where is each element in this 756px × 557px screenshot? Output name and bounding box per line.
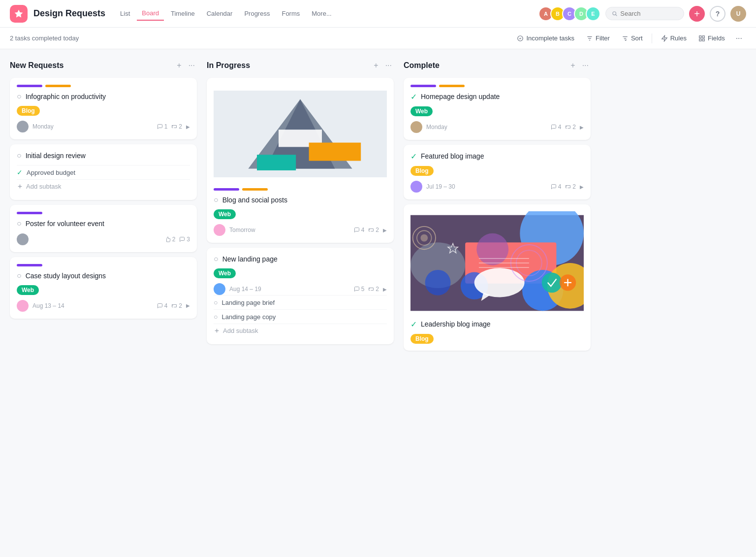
subtask-label-copy: Landing page copy [221, 313, 276, 321]
svg-point-35 [425, 270, 451, 295]
filter-button[interactable]: Filter [581, 32, 615, 44]
sort-button[interactable]: Sort [617, 32, 648, 44]
card-title-infographic: Infographic on productivity [26, 92, 106, 101]
tag-purple [17, 264, 42, 266]
incomplete-tasks-button[interactable]: Incomplete tasks [512, 32, 579, 44]
subtask-label: Approved budget [27, 169, 75, 176]
card-footer-blog: Tomorrow 4 2 ▶ [214, 224, 387, 236]
app-title: Design Requests [33, 8, 105, 19]
card-title-featured: Featured blog image [421, 152, 484, 161]
add-button[interactable]: + [689, 6, 705, 22]
card-title-case: Case study layout designs [26, 271, 106, 280]
tab-progress[interactable]: Progress [239, 7, 275, 20]
column-title-new-requests: New Requests [10, 61, 175, 70]
avatar-featured [410, 181, 422, 193]
tab-more[interactable]: More... [307, 7, 336, 20]
subtask-landing-brief: ○ Landing page brief [214, 295, 387, 309]
tab-board[interactable]: Board [137, 6, 164, 21]
column-add-new-requests[interactable]: + [175, 59, 183, 72]
tab-list[interactable]: List [115, 7, 135, 20]
badge-web-homepage: Web [410, 106, 433, 116]
card-landing-page: ○ New landing page Web Aug 14 – 19 5 2 ▶ [207, 248, 394, 344]
card-date-featured: Jul 19 – 30 [426, 183, 547, 190]
column-add-in-progress[interactable]: + [372, 59, 380, 72]
meta-subtasks-landing: 2 [368, 286, 379, 293]
toolbar: 2 tasks completed today Incomplete tasks… [0, 28, 756, 49]
fields-button[interactable]: Fields [693, 32, 730, 44]
tab-calendar[interactable]: Calendar [202, 7, 238, 20]
card-meta-homepage: 4 2 ▶ [551, 124, 584, 131]
column-actions-in-progress: + ··· [372, 59, 394, 72]
meta-comments-homepage: 4 [551, 124, 562, 131]
column-complete: Complete + ··· ✓ Homepage design update … [404, 59, 591, 356]
column-header-complete: Complete + ··· [404, 59, 591, 72]
tab-forms[interactable]: Forms [277, 7, 305, 20]
card-footer-featured: Jul 19 – 30 4 2 ▶ [410, 181, 584, 193]
meta-subtasks-blog: 2 [368, 227, 379, 233]
help-button[interactable]: ? [710, 6, 725, 22]
card-title-row-poster: ○ Poster for volunteer event [17, 219, 190, 228]
badge-web-case: Web [17, 285, 39, 295]
column-more-complete[interactable]: ··· [580, 59, 591, 72]
meta-chevron-blog: ▶ [383, 228, 387, 233]
task-complete-icon: ✓ [410, 92, 417, 101]
task-circle-icon: ○ [17, 151, 22, 160]
meta-subtasks-homepage: 2 [565, 124, 576, 131]
meta-comments-case: 4 [157, 302, 168, 309]
svg-point-42 [420, 234, 428, 242]
card-title-row: ○ Initial design review [17, 151, 190, 160]
column-more-new-requests[interactable]: ··· [187, 59, 197, 72]
user-avatar[interactable]: U [730, 6, 746, 22]
toolbar-more-button[interactable]: ··· [732, 32, 746, 45]
toolbar-right: Incomplete tasks Filter Sort Rules Field… [512, 32, 746, 45]
meta-chevron-landing: ▶ [383, 287, 387, 292]
header-right: A B C D E + ? U [538, 6, 746, 22]
meta-likes: 2 [165, 236, 176, 243]
column-add-complete[interactable]: + [568, 59, 577, 72]
add-subtask-landing-btn[interactable]: Add subtask [214, 324, 387, 337]
subtask-approved-budget: ✓ Approved budget [17, 165, 190, 179]
card-infographic: ○ Infographic on productivity Blog Monda… [10, 78, 197, 139]
column-actions-complete: + ··· [568, 59, 591, 72]
card-poster: ○ Poster for volunteer event 2 3 [10, 205, 197, 252]
meta-comments-blog: 4 [354, 227, 365, 233]
fields-label: Fields [708, 34, 725, 42]
badge-web-landing: Web [214, 268, 236, 278]
column-header-new-requests: New Requests + ··· [10, 59, 197, 72]
rules-button[interactable]: Rules [656, 32, 692, 44]
card-title-row-homepage: ✓ Homepage design update [410, 92, 584, 101]
card-title-row: ○ Infographic on productivity [17, 92, 190, 101]
add-subtask-btn[interactable]: Add subtask [17, 179, 190, 193]
card-date: Monday [32, 123, 153, 130]
card-footer-landing: Aug 14 – 19 5 2 ▶ [214, 283, 387, 295]
subtask-circle-icon2: ○ [214, 313, 218, 321]
card-title-poster: Poster for volunteer event [26, 219, 104, 228]
meta-comments-featured: 4 [551, 183, 562, 190]
meta-chevron-featured: ▶ [580, 184, 584, 190]
column-in-progress: In Progress + ··· [207, 59, 394, 349]
badge-blog-featured: Blog [410, 166, 434, 176]
svg-point-30 [476, 233, 508, 265]
card-meta-blog: 4 2 ▶ [354, 227, 387, 233]
card-image-mountain [214, 85, 387, 183]
card-date-homepage: Monday [426, 124, 547, 131]
column-actions-new-requests: + ··· [175, 59, 197, 72]
card-tags-case [17, 264, 190, 266]
tab-timeline[interactable]: Timeline [166, 7, 200, 20]
avatar-5[interactable]: E [586, 6, 600, 21]
badge-blog-leadership: Blog [410, 334, 434, 344]
card-meta-featured: 4 2 ▶ [551, 183, 584, 190]
avatar-case [17, 300, 29, 312]
card-featured-blog: ✓ Featured blog image Blog Jul 19 – 30 4… [404, 145, 591, 199]
card-title-leadership: Leadership blog image [421, 320, 491, 328]
card-title-row-case: ○ Case study layout designs [17, 271, 190, 280]
card-title-homepage: Homepage design update [421, 92, 500, 101]
search-input[interactable] [620, 10, 678, 17]
search-bar[interactable] [605, 7, 684, 20]
column-more-in-progress[interactable]: ··· [383, 59, 394, 72]
card-tags [17, 85, 190, 87]
task-circle-icon: ○ [17, 271, 22, 280]
app-icon [10, 5, 28, 23]
column-title-complete: Complete [404, 61, 568, 70]
task-circle-icon: ○ [214, 196, 219, 204]
